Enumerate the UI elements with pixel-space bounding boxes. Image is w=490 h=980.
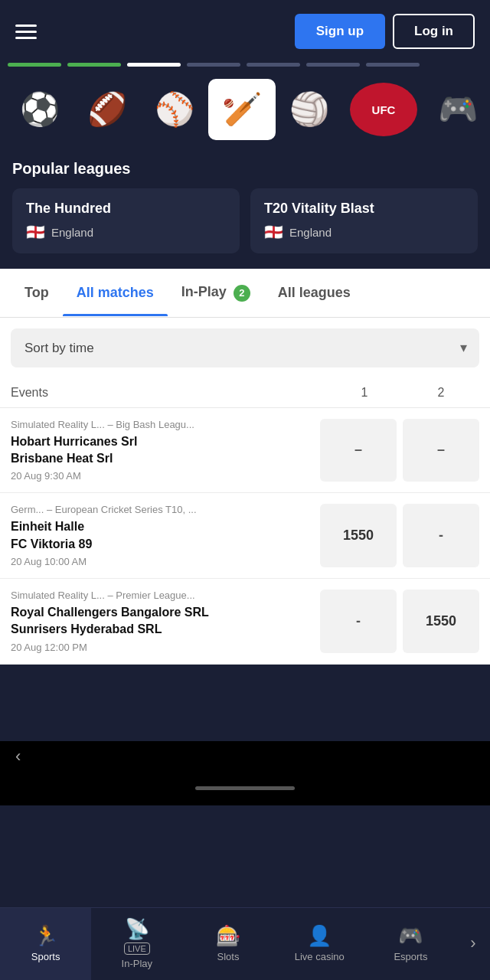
league-card-hundred[interactable]: The Hundred 🏴󠁧󠁢󠁥󠁮󠁧󠁿 England <box>12 188 240 253</box>
league-country: 🏴󠁧󠁢󠁥󠁮󠁧󠁿 England <box>26 223 226 241</box>
table-row: Simulated Reality L... – Big Bash Leagu.… <box>0 408 490 494</box>
sports-icon: 🏃 <box>34 924 58 948</box>
tab-all-leagues[interactable]: All leagues <box>264 270 364 316</box>
match-league: Simulated Reality L... – Premier League.… <box>11 590 312 601</box>
progress-segment <box>67 63 121 67</box>
nav-item-livecasino[interactable]: 👤 Live casino <box>274 908 365 980</box>
odd-box-1[interactable]: - <box>320 590 397 653</box>
nav-label-slots: Slots <box>217 951 240 962</box>
sport-icon-cricket[interactable]: 🏏 <box>208 79 276 140</box>
sport-icon-football[interactable]: 🏈 <box>74 79 141 140</box>
inplay-icon: 📡 <box>125 917 149 941</box>
league-name: T20 Vitality Blast <box>264 201 464 217</box>
login-button[interactable]: Log in <box>393 14 475 49</box>
back-button[interactable]: ‹ <box>15 746 21 766</box>
tabs-section: Top All matches In-Play 2 All leagues So… <box>0 269 490 665</box>
header: Sign up Log in <box>0 0 490 63</box>
match-league: Germ... – European Cricket Series T10, .… <box>11 504 312 515</box>
match-info: Simulated Reality L... – Premier League.… <box>11 590 320 653</box>
progress-segment <box>366 63 420 67</box>
flag-icon: 🏴󠁧󠁢󠁥󠁮󠁧󠁿 <box>26 223 45 241</box>
home-bar <box>195 786 295 790</box>
nav-label-esports: Esports <box>394 951 427 962</box>
odd-box-1[interactable]: – <box>320 419 397 482</box>
table-row: Germ... – European Cricket Series T10, .… <box>0 493 490 579</box>
back-bar: ‹ <box>0 741 490 772</box>
nav-item-inplay[interactable]: 📡 LIVE In-Play <box>91 908 182 980</box>
signup-button[interactable]: Sign up <box>295 14 385 49</box>
tab-all-matches[interactable]: All matches <box>63 270 168 316</box>
progress-segment <box>8 63 61 67</box>
nav-item-sports[interactable]: 🏃 Sports <box>0 908 91 980</box>
odd-box-2[interactable]: - <box>403 504 479 567</box>
tab-top[interactable]: Top <box>11 270 63 316</box>
slots-icon: 🎰 <box>216 924 240 948</box>
sport-icon-baseball[interactable]: ⚾ <box>141 79 208 140</box>
match-info: Germ... – European Cricket Series T10, .… <box>11 504 320 567</box>
live-badge: LIVE <box>124 942 150 955</box>
popular-leagues-title: Popular leagues <box>12 160 478 178</box>
events-header: Events 1 2 <box>0 378 490 408</box>
sport-icon-esports[interactable]: 🎮 <box>424 79 490 140</box>
sort-select[interactable]: Sort by time Sort by league <box>11 328 479 368</box>
country-label: England <box>289 226 332 239</box>
menu-button[interactable] <box>15 24 37 39</box>
sport-icon-ufc[interactable]: UFC <box>350 83 417 136</box>
progress-bar <box>0 63 490 71</box>
progress-segment <box>306 63 360 67</box>
match-info: Simulated Reality L... – Big Bash Leagu.… <box>11 419 320 482</box>
match-teams: Einheit Halle FC Viktoria 89 <box>11 518 312 553</box>
events-label: Events <box>11 386 326 400</box>
match-teams: Royal Challengers Bangalore SRL Sunriser… <box>11 604 312 639</box>
league-country: 🏴󠁧󠁢󠁥󠁮󠁧󠁿 England <box>264 223 464 241</box>
flag-icon: 🏴󠁧󠁢󠁥󠁮󠁧󠁿 <box>264 223 283 241</box>
popular-leagues-section: Popular leagues The Hundred 🏴󠁧󠁢󠁥󠁮󠁧󠁿 Engl… <box>0 152 490 269</box>
nav-label-sports: Sports <box>31 951 60 962</box>
progress-segment <box>187 63 240 67</box>
match-odds: 1550 - <box>320 504 479 567</box>
sort-wrapper: Sort by time Sort by league ▾ <box>11 328 479 368</box>
progress-segment <box>247 63 300 67</box>
match-odds: – – <box>320 419 479 482</box>
match-time: 20 Aug 9:30 AM <box>11 470 312 482</box>
odd-box-2[interactable]: 1550 <box>403 590 479 653</box>
esports-icon: 🎮 <box>398 924 423 948</box>
more-icon: › <box>470 933 475 953</box>
sport-icon-volleyball[interactable]: 🏐 <box>276 79 343 140</box>
odd-box-1[interactable]: 1550 <box>320 504 397 567</box>
match-time: 20 Aug 12:00 PM <box>11 642 312 653</box>
leagues-row: The Hundred 🏴󠁧󠁢󠁥󠁮󠁧󠁿 England T20 Vitality… <box>12 188 478 253</box>
bottom-nav: 🏃 Sports 📡 LIVE In-Play 🎰 Slots 👤 Live c… <box>0 907 490 980</box>
country-label: England <box>51 226 93 239</box>
table-row: Simulated Reality L... – Premier League.… <box>0 579 490 665</box>
nav-label-livecasino: Live casino <box>295 951 345 962</box>
match-teams: Hobart Hurricanes Srl Brisbane Heat Srl <box>11 433 312 468</box>
nav-more-button[interactable]: › <box>456 908 490 980</box>
sport-icon-soccer[interactable]: ⚽ <box>6 79 74 140</box>
odd-box-2[interactable]: – <box>403 419 479 482</box>
inplay-badge: 2 <box>234 285 250 302</box>
match-league: Simulated Reality L... – Big Bash Leagu.… <box>11 419 312 430</box>
league-card-t20[interactable]: T20 Vitality Blast 🏴󠁧󠁢󠁥󠁮󠁧󠁿 England <box>250 188 478 253</box>
nav-item-slots[interactable]: 🎰 Slots <box>182 908 273 980</box>
tabs-row: Top All matches In-Play 2 All leagues <box>0 269 490 318</box>
home-bar-wrap <box>0 772 490 805</box>
progress-segment <box>127 63 181 67</box>
events-col2: 2 <box>403 386 479 400</box>
nav-item-esports[interactable]: 🎮 Esports <box>365 908 456 980</box>
match-time: 20 Aug 10:00 AM <box>11 556 312 567</box>
events-col1: 1 <box>326 386 403 400</box>
nav-label-inplay: In-Play <box>122 958 152 969</box>
league-name: The Hundred <box>26 201 226 217</box>
sport-icons-row: ⚽ 🏈 ⚾ 🏏 🏐 UFC 🎮 <box>0 71 490 152</box>
auth-buttons: Sign up Log in <box>295 14 475 49</box>
sort-row: Sort by time Sort by league ▾ <box>0 318 490 378</box>
match-odds: - 1550 <box>320 590 479 653</box>
tab-inplay[interactable]: In-Play 2 <box>168 269 264 317</box>
livecasino-icon: 👤 <box>307 924 332 948</box>
